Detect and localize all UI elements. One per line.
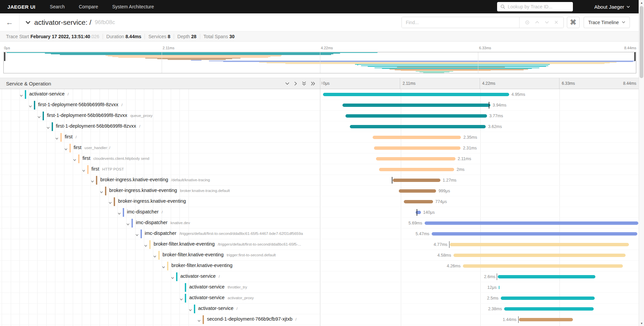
expand-chevron-down-icon[interactable] xyxy=(171,275,174,279)
expand-chevron-down-icon[interactable] xyxy=(126,221,130,225)
span-bar-row[interactable]: 12μs xyxy=(321,282,639,293)
expand-chevron-down-icon[interactable] xyxy=(144,243,148,247)
expand-chevron-down-icon[interactable] xyxy=(19,93,23,96)
span-tree-row[interactable]: broker-filter.knative-eventing/triggers/… xyxy=(0,239,320,250)
expand-chevron-down-icon[interactable] xyxy=(108,200,112,204)
span-tree-row[interactable]: activator-service/ xyxy=(0,304,320,314)
span-duration-bar[interactable] xyxy=(393,179,440,182)
expand-chevron-down-icon[interactable] xyxy=(135,232,139,236)
span-tree-row[interactable]: first-1-deployment-56b9b699f8-8zvxxqueue… xyxy=(0,111,320,121)
span-duration-bar[interactable] xyxy=(453,254,626,257)
span-tree-row[interactable]: broker-filter.knative-eventingtrigger:fi… xyxy=(0,250,320,261)
span-bar-row[interactable]: 1.27ms xyxy=(321,175,639,186)
span-tree-row[interactable]: activator-serviceactivator_proxy xyxy=(0,293,320,304)
trace-lookup-box[interactable] xyxy=(497,2,573,11)
span-bar-row[interactable]: 2.11ms xyxy=(321,153,639,164)
span-duration-bar[interactable] xyxy=(374,146,461,150)
span-bar-row[interactable]: 3.62ms xyxy=(321,121,639,132)
collapse-one-chevron-down-icon[interactable] xyxy=(285,82,289,85)
span-duration-bar[interactable] xyxy=(350,125,486,128)
expand-chevron-down-icon[interactable] xyxy=(73,157,76,161)
expand-chevron-down-icon[interactable] xyxy=(179,297,183,300)
trace-view-select[interactable]: Trace Timeline xyxy=(584,17,630,28)
prev-match-chevron-up-icon[interactable] xyxy=(535,21,539,24)
expand-chevron-down-icon[interactable] xyxy=(100,189,103,193)
expand-chevron-down-icon[interactable] xyxy=(153,254,157,257)
collapse-all-double-chevron-down-icon[interactable] xyxy=(302,81,306,86)
scrollbar-thumb[interactable] xyxy=(640,6,643,78)
span-tree-row[interactable]: broker-ingress.knative-eventing/default/… xyxy=(0,175,320,186)
span-duration-bar[interactable] xyxy=(450,243,629,246)
span-tree-row[interactable]: first-1-deployment-56b9b699f8-8zvxx/ xyxy=(0,100,320,111)
clear-find-icon[interactable] xyxy=(554,20,558,24)
expand-chevron-down-icon[interactable] xyxy=(64,146,68,150)
span-bar-row[interactable]: 999μs xyxy=(321,186,639,196)
minimap-canvas[interactable] xyxy=(3,52,636,73)
span-tree-row[interactable]: imc-dispatcher/ xyxy=(0,207,320,218)
span-bar-row[interactable]: 2.5ms xyxy=(321,293,639,304)
about-jaeger-menu[interactable]: About Jaeger xyxy=(594,4,639,10)
span-duration-bar[interactable] xyxy=(379,168,454,171)
collapse-trace-header-chevron-icon[interactable] xyxy=(25,21,31,24)
span-bar-row[interactable]: 2.31ms xyxy=(321,143,639,153)
span-duration-bar[interactable] xyxy=(323,93,509,96)
span-bar-row[interactable]: 4.58ms xyxy=(321,250,639,261)
span-bar-row[interactable]: 5.69ms xyxy=(321,218,639,229)
expand-all-double-chevron-right-icon[interactable] xyxy=(311,81,315,86)
expand-chevron-down-icon[interactable] xyxy=(82,168,86,172)
span-tree-row[interactable]: activator-servicethrottler_try xyxy=(0,282,320,293)
span-tree-row[interactable]: imc-dispatcherknative.dev xyxy=(0,218,320,229)
expand-chevron-down-icon[interactable] xyxy=(162,264,165,268)
span-tree-row[interactable]: first/ xyxy=(0,132,320,143)
jaeger-logo[interactable]: JAEGER UI xyxy=(0,4,43,10)
expand-chevron-down-icon[interactable] xyxy=(55,136,59,139)
span-duration-bar[interactable] xyxy=(432,232,637,236)
nav-link-search[interactable]: Search xyxy=(43,4,72,9)
span-tree-row[interactable]: imc-dispatcher/triggers/default/first-to… xyxy=(0,229,320,239)
span-duration-bar[interactable] xyxy=(373,136,461,139)
span-bar-row[interactable]: 4.77ms xyxy=(321,239,639,250)
span-tree-row[interactable]: activator-service/ xyxy=(0,89,320,100)
span-bar-row[interactable]: 4.95ms xyxy=(321,89,639,100)
span-duration-bar[interactable] xyxy=(519,318,573,321)
expand-one-chevron-right-icon[interactable] xyxy=(294,81,297,86)
span-bar-row[interactable]: 3.94ms xyxy=(321,100,639,111)
span-duration-bar[interactable] xyxy=(499,286,499,289)
span-duration-bar[interactable] xyxy=(504,307,593,311)
back-button[interactable]: ← xyxy=(0,13,19,31)
expand-chevron-down-icon[interactable] xyxy=(117,211,121,214)
span-duration-bar[interactable] xyxy=(342,104,490,107)
scrollbar-up-arrow-icon[interactable]: ▲ xyxy=(639,0,644,5)
span-bar-row[interactable]: 2.38ms xyxy=(321,304,639,314)
expand-chevron-down-icon[interactable] xyxy=(29,104,32,107)
span-tree-row[interactable]: firstcloudevents.client.httpbody send xyxy=(0,153,320,164)
span-tree-row[interactable]: firstuser_handler: / xyxy=(0,143,320,153)
next-match-chevron-down-icon[interactable] xyxy=(545,21,549,24)
span-tree-row[interactable]: broker-ingress.knative-eventing xyxy=(0,196,320,207)
span-bar-row[interactable]: 774μs xyxy=(321,196,639,207)
span-tree-row[interactable]: broker-filter.knative-eventing xyxy=(0,261,320,271)
span-tree-row[interactable]: activator-service/ xyxy=(0,271,320,282)
span-duration-bar[interactable] xyxy=(376,157,455,160)
span-bar-row[interactable]: 5.47ms xyxy=(321,229,639,239)
span-duration-bar[interactable] xyxy=(404,200,433,203)
minimap-left-drag-handle[interactable] xyxy=(4,52,5,61)
expand-chevron-down-icon[interactable] xyxy=(91,179,94,182)
span-bar-row[interactable]: 4.26ms xyxy=(321,261,639,271)
span-bar-row[interactable]: 2.6ms xyxy=(321,271,639,282)
span-bar-row[interactable]: 3.77ms xyxy=(321,111,639,121)
span-tree-row[interactable]: broker-ingress.knative-eventingbroker:kn… xyxy=(0,186,320,196)
span-duration-bar[interactable] xyxy=(501,297,595,300)
span-bar-row[interactable]: 1.44ms xyxy=(321,314,639,325)
nav-link-system-architecture[interactable]: System Architecture xyxy=(105,4,161,9)
span-bar-row[interactable]: 140μs xyxy=(321,207,639,218)
span-duration-bar[interactable] xyxy=(416,211,421,214)
vertical-scrollbar[interactable]: ▲ ▼ xyxy=(639,0,644,326)
span-bar-row[interactable]: 2ms xyxy=(321,164,639,175)
focus-match-icon[interactable] xyxy=(525,20,530,25)
expand-chevron-down-icon[interactable] xyxy=(189,307,192,311)
span-tree-row[interactable]: first-1-deployment-56b9b699f8-8zvxx/ xyxy=(0,121,320,132)
expand-chevron-down-icon[interactable] xyxy=(197,318,201,322)
expand-chevron-down-icon[interactable] xyxy=(37,114,41,118)
trace-lookup-input[interactable] xyxy=(508,4,570,9)
